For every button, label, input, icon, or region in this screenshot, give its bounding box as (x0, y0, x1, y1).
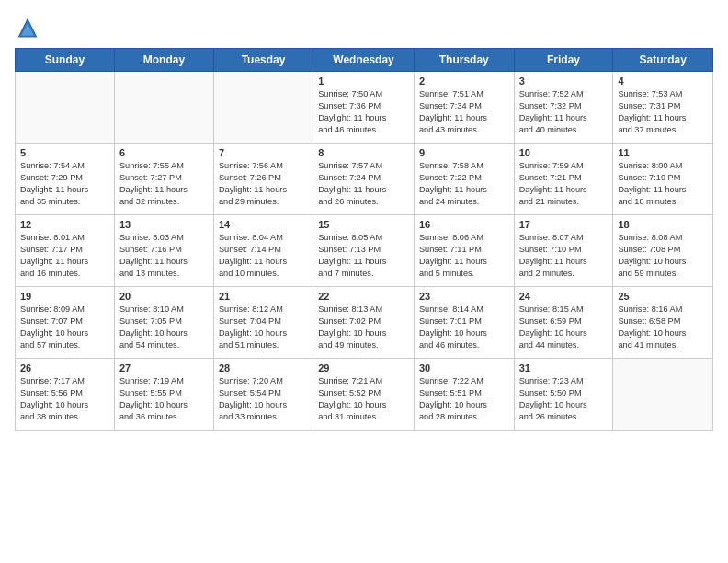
weekday-header-friday: Friday (514, 49, 613, 72)
day-number: 1 (318, 75, 409, 86)
calendar-cell: 11Sunrise: 8:00 AM Sunset: 7:19 PM Dayli… (613, 144, 713, 215)
calendar-week-row: 12Sunrise: 8:01 AM Sunset: 7:17 PM Dayli… (16, 215, 713, 287)
day-number: 13 (119, 219, 209, 230)
day-info: Sunrise: 7:53 AM Sunset: 7:31 PM Dayligh… (618, 88, 708, 136)
day-number: 6 (119, 147, 209, 158)
calendar-cell: 7Sunrise: 7:56 AM Sunset: 7:26 PM Daylig… (213, 144, 313, 215)
calendar-cell: 14Sunrise: 8:04 AM Sunset: 7:14 PM Dayli… (213, 215, 313, 287)
day-number: 16 (419, 219, 509, 230)
day-number: 24 (519, 291, 609, 302)
calendar-cell: 13Sunrise: 8:03 AM Sunset: 7:16 PM Dayli… (114, 215, 213, 287)
day-info: Sunrise: 8:01 AM Sunset: 7:17 PM Dayligh… (20, 232, 109, 280)
day-info: Sunrise: 8:14 AM Sunset: 7:01 PM Dayligh… (419, 304, 509, 351)
day-info: Sunrise: 7:17 AM Sunset: 5:56 PM Dayligh… (20, 375, 109, 423)
day-number: 18 (618, 219, 708, 230)
day-info: Sunrise: 8:04 AM Sunset: 7:14 PM Dayligh… (219, 232, 308, 280)
calendar-cell: 21Sunrise: 8:12 AM Sunset: 7:04 PM Dayli… (213, 287, 313, 359)
day-number: 19 (20, 291, 109, 302)
calendar-cell: 4Sunrise: 7:53 AM Sunset: 7:31 PM Daylig… (613, 72, 713, 144)
day-number: 10 (519, 147, 609, 158)
calendar-cell: 20Sunrise: 8:10 AM Sunset: 7:05 PM Dayli… (114, 287, 213, 359)
calendar-cell: 12Sunrise: 8:01 AM Sunset: 7:17 PM Dayli… (16, 215, 115, 287)
day-info: Sunrise: 8:05 AM Sunset: 7:13 PM Dayligh… (318, 232, 409, 280)
calendar-cell: 10Sunrise: 7:59 AM Sunset: 7:21 PM Dayli… (514, 144, 613, 215)
calendar-cell: 16Sunrise: 8:06 AM Sunset: 7:11 PM Dayli… (414, 215, 514, 287)
calendar-cell (16, 72, 115, 144)
day-number: 12 (20, 219, 109, 230)
calendar-cell: 31Sunrise: 7:23 AM Sunset: 5:50 PM Dayli… (514, 359, 613, 431)
calendar-cell: 15Sunrise: 8:05 AM Sunset: 7:13 PM Dayli… (313, 215, 415, 287)
day-info: Sunrise: 7:22 AM Sunset: 5:51 PM Dayligh… (419, 375, 509, 423)
day-info: Sunrise: 8:10 AM Sunset: 7:05 PM Dayligh… (119, 304, 209, 351)
day-number: 25 (618, 291, 708, 302)
day-number: 9 (419, 147, 509, 158)
day-number: 26 (20, 362, 109, 373)
calendar-cell: 24Sunrise: 8:15 AM Sunset: 6:59 PM Dayli… (514, 287, 613, 359)
day-info: Sunrise: 8:03 AM Sunset: 7:16 PM Dayligh… (119, 232, 209, 280)
calendar-cell: 8Sunrise: 7:57 AM Sunset: 7:24 PM Daylig… (313, 144, 415, 215)
calendar-cell: 1Sunrise: 7:50 AM Sunset: 7:36 PM Daylig… (313, 72, 415, 144)
calendar-cell (114, 72, 213, 144)
day-info: Sunrise: 7:52 AM Sunset: 7:32 PM Dayligh… (519, 88, 609, 136)
day-info: Sunrise: 7:56 AM Sunset: 7:26 PM Dayligh… (219, 160, 308, 208)
calendar-week-row: 26Sunrise: 7:17 AM Sunset: 5:56 PM Dayli… (16, 359, 713, 431)
calendar-cell (213, 72, 313, 144)
calendar-cell: 19Sunrise: 8:09 AM Sunset: 7:07 PM Dayli… (16, 287, 115, 359)
day-info: Sunrise: 8:07 AM Sunset: 7:10 PM Dayligh… (519, 232, 609, 280)
day-info: Sunrise: 8:15 AM Sunset: 6:59 PM Dayligh… (519, 304, 609, 351)
logo (15, 15, 44, 40)
day-info: Sunrise: 7:59 AM Sunset: 7:21 PM Dayligh… (519, 160, 609, 208)
day-info: Sunrise: 7:54 AM Sunset: 7:29 PM Dayligh… (20, 160, 109, 208)
header (15, 15, 713, 40)
weekday-header-monday: Monday (114, 49, 213, 72)
day-info: Sunrise: 7:50 AM Sunset: 7:36 PM Dayligh… (318, 88, 409, 136)
calendar-cell: 27Sunrise: 7:19 AM Sunset: 5:55 PM Dayli… (114, 359, 213, 431)
day-number: 22 (318, 291, 409, 302)
logo-icon (15, 15, 40, 40)
weekday-header-row: SundayMondayTuesdayWednesdayThursdayFrid… (16, 49, 713, 72)
calendar-week-row: 5Sunrise: 7:54 AM Sunset: 7:29 PM Daylig… (16, 144, 713, 215)
day-number: 11 (618, 147, 708, 158)
day-info: Sunrise: 7:58 AM Sunset: 7:22 PM Dayligh… (419, 160, 509, 208)
calendar-cell: 25Sunrise: 8:16 AM Sunset: 6:58 PM Dayli… (613, 287, 713, 359)
weekday-header-saturday: Saturday (613, 49, 713, 72)
weekday-header-wednesday: Wednesday (313, 49, 415, 72)
calendar-cell: 9Sunrise: 7:58 AM Sunset: 7:22 PM Daylig… (414, 144, 514, 215)
day-info: Sunrise: 8:08 AM Sunset: 7:08 PM Dayligh… (618, 232, 708, 280)
day-number: 20 (119, 291, 209, 302)
day-number: 17 (519, 219, 609, 230)
day-number: 3 (519, 75, 609, 86)
day-info: Sunrise: 7:21 AM Sunset: 5:52 PM Dayligh… (318, 375, 409, 423)
calendar-cell: 3Sunrise: 7:52 AM Sunset: 7:32 PM Daylig… (514, 72, 613, 144)
page-container: SundayMondayTuesdayWednesdayThursdayFrid… (0, 0, 728, 563)
day-number: 4 (618, 75, 708, 86)
calendar-cell: 30Sunrise: 7:22 AM Sunset: 5:51 PM Dayli… (414, 359, 514, 431)
calendar-cell: 5Sunrise: 7:54 AM Sunset: 7:29 PM Daylig… (16, 144, 115, 215)
calendar-week-row: 1Sunrise: 7:50 AM Sunset: 7:36 PM Daylig… (16, 72, 713, 144)
day-number: 27 (119, 362, 209, 373)
day-info: Sunrise: 8:12 AM Sunset: 7:04 PM Dayligh… (219, 304, 308, 351)
day-info: Sunrise: 7:51 AM Sunset: 7:34 PM Dayligh… (419, 88, 509, 136)
day-info: Sunrise: 8:06 AM Sunset: 7:11 PM Dayligh… (419, 232, 509, 280)
calendar-cell: 23Sunrise: 8:14 AM Sunset: 7:01 PM Dayli… (414, 287, 514, 359)
calendar-cell: 29Sunrise: 7:21 AM Sunset: 5:52 PM Dayli… (313, 359, 415, 431)
calendar-cell: 26Sunrise: 7:17 AM Sunset: 5:56 PM Dayli… (16, 359, 115, 431)
day-info: Sunrise: 8:13 AM Sunset: 7:02 PM Dayligh… (318, 304, 409, 351)
day-info: Sunrise: 8:09 AM Sunset: 7:07 PM Dayligh… (20, 304, 109, 351)
calendar-week-row: 19Sunrise: 8:09 AM Sunset: 7:07 PM Dayli… (16, 287, 713, 359)
day-number: 8 (318, 147, 409, 158)
day-info: Sunrise: 8:16 AM Sunset: 6:58 PM Dayligh… (618, 304, 708, 351)
day-info: Sunrise: 7:19 AM Sunset: 5:55 PM Dayligh… (119, 375, 209, 423)
day-number: 7 (219, 147, 308, 158)
calendar-cell: 6Sunrise: 7:55 AM Sunset: 7:27 PM Daylig… (114, 144, 213, 215)
calendar-cell: 2Sunrise: 7:51 AM Sunset: 7:34 PM Daylig… (414, 72, 514, 144)
day-number: 2 (419, 75, 509, 86)
day-number: 30 (419, 362, 509, 373)
calendar-cell: 18Sunrise: 8:08 AM Sunset: 7:08 PM Dayli… (613, 215, 713, 287)
day-number: 5 (20, 147, 109, 158)
day-info: Sunrise: 7:20 AM Sunset: 5:54 PM Dayligh… (219, 375, 308, 423)
calendar-table: SundayMondayTuesdayWednesdayThursdayFrid… (15, 48, 713, 431)
day-info: Sunrise: 7:55 AM Sunset: 7:27 PM Dayligh… (119, 160, 209, 208)
calendar-cell (613, 359, 713, 431)
day-number: 29 (318, 362, 409, 373)
